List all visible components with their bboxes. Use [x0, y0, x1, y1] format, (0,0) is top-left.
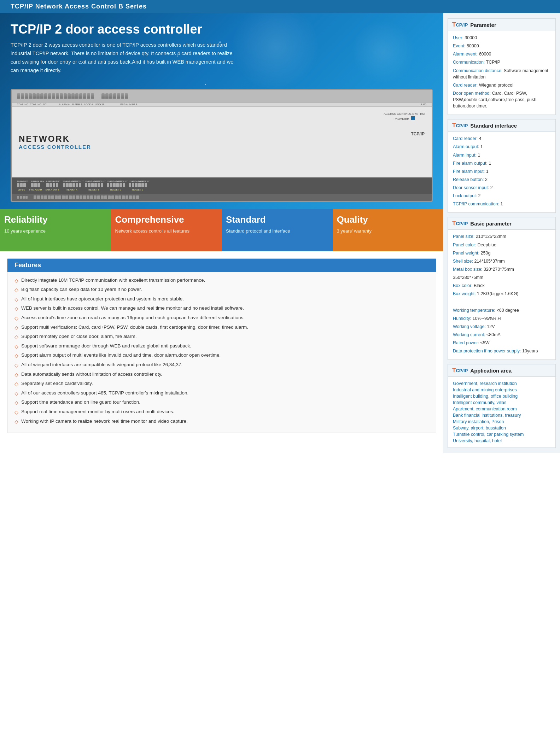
bottom-large-pins: [34, 195, 139, 199]
basic-row-7: Box weight: 1.2KG(bigger:1.6KG): [453, 291, 550, 297]
feature-bullet: ◇: [14, 352, 18, 359]
param-value: 60000: [479, 52, 491, 57]
feature-box-standard: Standard Standard protocol and interface: [222, 209, 333, 251]
c-pin: [135, 183, 138, 187]
c-pin: [119, 183, 122, 187]
application-area-header: TCP/IP Application area: [448, 364, 555, 377]
small-pin: [25, 196, 28, 199]
pin: [40, 93, 43, 99]
basic-row-8: [453, 299, 550, 305]
c-pin: [66, 183, 69, 187]
top-pin-group-2: [101, 93, 128, 99]
basic-label: Working temperature:: [453, 308, 495, 313]
feature-bullet: ◇: [14, 287, 18, 294]
c-pin: [94, 183, 97, 187]
lbl-bz-a: BUZZ: [79, 180, 81, 182]
pin: [109, 93, 112, 99]
feature-text: Separately set each cards'validity.: [21, 380, 93, 387]
feature-quality-desc: 3 years' warranty: [337, 228, 439, 234]
pin: [79, 93, 82, 99]
basic-row-5: 350*280*75mm: [453, 274, 550, 281]
feature-comprehensive-desc: Network access control's all features: [115, 228, 218, 234]
feature-bullet: ◇: [14, 419, 18, 426]
lbl-led-d: LED: [141, 180, 144, 182]
fire-alarm-connector: FIRE GND ALARM FIRE ALARM: [29, 180, 42, 191]
feature-reliability-desc: 10 years experience: [4, 228, 107, 234]
star-5: [205, 84, 206, 85]
label-no: NO: [24, 103, 28, 106]
large-pin: [80, 195, 82, 199]
c-pin: [132, 183, 134, 187]
basic-value: 350*280*75mm: [453, 275, 483, 280]
lbl-exitb: EXIT: [53, 180, 55, 182]
large-pin: [122, 195, 125, 199]
feature-bullet: ◇: [14, 277, 18, 285]
readerd-pins: [129, 183, 147, 187]
feature-item-13: ◇Support time attendance and on line gua…: [14, 399, 429, 406]
device-bottom-bar: 12V+ GND +RST 12V DC: [12, 177, 432, 194]
12v-labels: 12V+ GND +RST: [17, 180, 26, 182]
lbl-d1-b: DATA1: [94, 180, 97, 182]
std-row-7: Lock output: 2: [453, 193, 550, 199]
feature-text: Big flash capacity can keep data for 10 …: [21, 286, 142, 293]
feature-bullet: ◇: [14, 296, 18, 303]
param-row-5: Card reader: Wiegand protocol: [453, 82, 550, 88]
lbl-d0-d: DATA0: [135, 180, 138, 182]
basic-label: Panel weight:: [453, 251, 479, 256]
c-pin: [91, 183, 94, 187]
lbl-12v: 12V+: [17, 180, 19, 182]
small-pin: [20, 196, 22, 199]
large-pin: [94, 195, 97, 199]
feature-item-12: ◇All of our access controllers support 4…: [14, 390, 429, 397]
std-row-5: Release button: 2: [453, 176, 550, 183]
small-pin: [23, 196, 25, 199]
std-label: TCP/IP communication:: [453, 201, 499, 206]
tcp-badge-basic: TCP/IP: [452, 220, 468, 227]
basic-row-3: Shell size: 214*105*37mm: [453, 258, 550, 264]
feature-box-reliability: Reliability 10 years experience: [0, 209, 111, 251]
basic-value: Black: [474, 283, 485, 288]
basic-row-10: Humidity: 10%--95%R.H: [453, 315, 550, 322]
large-pin: [101, 195, 104, 199]
app-item-9: University, hospital, hotel: [453, 438, 550, 444]
lbl-bz-d: BUZZ: [145, 180, 147, 182]
lbl-gnd-b: GND: [88, 180, 91, 182]
basic-row-12: Working current: <80mA: [453, 332, 550, 338]
device-body: NETWORK ACCESS CONTROLLER ACCESS CONTROL…: [12, 107, 432, 177]
device-connector-bottom: [12, 194, 432, 201]
app-item-1: Industrial and mining enterprises: [453, 387, 550, 393]
feature-item-0: ◇Directly integrate 10M TCP/IP communica…: [14, 277, 429, 285]
large-pin: [90, 195, 93, 199]
bottom-small-pins: [17, 196, 28, 199]
param-label: User:: [453, 35, 463, 40]
large-pin: [126, 195, 128, 199]
lbl-gnd: GND: [20, 180, 23, 182]
basic-parameter-panel: TCP/IP Basic parameter Panel size: 210*1…: [448, 217, 556, 360]
feature-bullet: ◇: [14, 315, 18, 322]
std-label: Alarm output:: [453, 144, 479, 149]
basic-label: Panel color:: [453, 242, 476, 247]
pin: [125, 93, 128, 99]
std-row-4: Fire alarm input: 1: [453, 168, 550, 175]
top-header: TCP/IP Network Access Control B Series: [0, 0, 560, 13]
hero-title: TCP/IP 2 door access controller: [11, 22, 433, 37]
pin: [117, 93, 120, 99]
lbl-bz-b: BUZZ: [101, 180, 103, 182]
reader-c-label: READER C: [110, 189, 121, 191]
parameter-panel-body: User: 30000Event: 50000Alarm event: 6000…: [448, 31, 555, 115]
pin: [91, 93, 94, 99]
lbl-fire: FIRE: [31, 180, 34, 182]
device-connector-labels: COM NO COM NO NC ALARM A ALARM B LOCK A …: [12, 103, 432, 107]
basic-value: 250g: [481, 251, 491, 256]
feature-item-9: ◇All of wiegand interfaces are compatibl…: [14, 362, 429, 369]
feature-bullet: ◇: [14, 381, 18, 388]
pin: [113, 93, 116, 99]
brand-blue-square: [411, 116, 415, 120]
large-pin: [37, 195, 40, 199]
c-pin: [85, 183, 87, 187]
pin: [44, 93, 47, 99]
lbl-rst: +RST: [23, 180, 26, 182]
c-pin: [79, 183, 81, 187]
tcp-badge-param: TCP/IP: [452, 21, 468, 28]
basic-row-1: Panel color: Deepblue: [453, 242, 550, 248]
